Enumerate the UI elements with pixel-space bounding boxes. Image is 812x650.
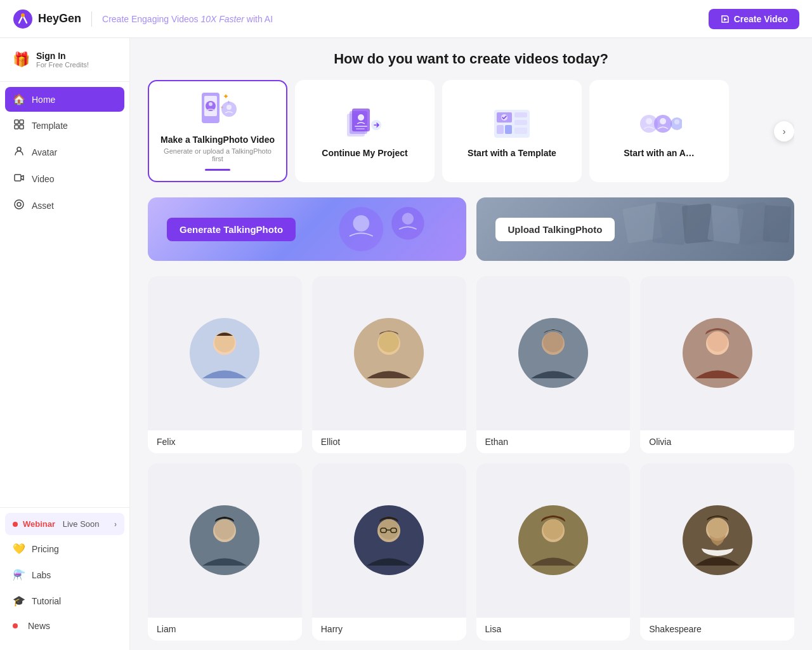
avatar-name-ethan: Ethan bbox=[476, 430, 631, 453]
sidebar-item-news[interactable]: News bbox=[5, 614, 124, 637]
webinar-dot bbox=[13, 522, 18, 527]
svg-point-60 bbox=[707, 331, 728, 352]
talking-photo-sub: Generate or upload a TalkingPhoto first bbox=[159, 147, 276, 162]
svg-rect-22 bbox=[356, 128, 365, 129]
how-to-card-talking-photo[interactable]: ✦ ✦ ✦ Make a TalkingPhoto Video Generate… bbox=[148, 80, 287, 182]
tutorial-icon: 🎓 bbox=[13, 595, 25, 607]
sign-in-sub: For Free Credits! bbox=[36, 61, 89, 69]
sidebar-item-webinar[interactable]: Webinar Live Soon › bbox=[5, 513, 124, 535]
generate-talkingphoto-button[interactable]: Generate TalkingPhoto bbox=[167, 218, 296, 241]
avatar-name-olivia: Olivia bbox=[640, 430, 794, 453]
svg-point-37 bbox=[674, 119, 679, 124]
generate-art-illustration bbox=[291, 197, 466, 261]
continue-project-title: Continue My Project bbox=[322, 148, 407, 158]
sidebar-item-template[interactable]: Template bbox=[5, 113, 124, 138]
svg-rect-26 bbox=[497, 125, 504, 134]
sidebar-item-labs[interactable]: ⚗️ Labs bbox=[5, 562, 124, 587]
svg-point-35 bbox=[660, 118, 666, 124]
webinar-arrow-icon: › bbox=[114, 520, 117, 529]
avatar-image-ethan bbox=[476, 276, 631, 430]
how-to-card-start-template[interactable]: Start with a Template bbox=[442, 80, 582, 182]
svg-rect-28 bbox=[514, 112, 527, 117]
avatar-card-shakespeare[interactable]: Shakespeare bbox=[640, 463, 794, 640]
avatar-image-harry bbox=[312, 463, 466, 618]
logo: HeyGen bbox=[13, 9, 81, 29]
upload-talkingphoto-button[interactable]: Upload TalkingPhoto bbox=[495, 218, 615, 241]
sidebar-label-home: Home bbox=[32, 95, 55, 105]
sidebar-label-avatar: Avatar bbox=[32, 147, 57, 157]
sidebar-item-pricing[interactable]: 💛 Pricing bbox=[5, 536, 124, 561]
sidebar-label-asset: Asset bbox=[32, 201, 54, 211]
logo-text: HeyGen bbox=[38, 12, 81, 25]
create-video-button[interactable]: Create Video bbox=[709, 9, 799, 29]
avatar-card-liam[interactable]: Liam bbox=[148, 463, 302, 640]
svg-point-42 bbox=[437, 218, 461, 241]
sidebar-top: 🎁 Sign In For Free Credits! bbox=[0, 46, 129, 82]
svg-rect-3 bbox=[20, 120, 23, 124]
avatar-card-felix[interactable]: Felix bbox=[148, 276, 302, 453]
gift-icon: 🎁 bbox=[13, 51, 30, 68]
avatar-placeholder-olivia bbox=[640, 276, 794, 430]
upload-art-illustration bbox=[619, 197, 794, 261]
avatar-placeholder-lisa bbox=[476, 463, 631, 618]
sign-in-label: Sign In bbox=[36, 51, 89, 61]
avatar-image-olivia bbox=[640, 276, 794, 430]
avatar-name-lisa: Lisa bbox=[476, 618, 631, 640]
avatar-card-olivia[interactable]: Olivia bbox=[640, 276, 794, 453]
svg-point-16 bbox=[226, 105, 232, 110]
sign-in-item[interactable]: 🎁 Sign In For Free Credits! bbox=[8, 46, 122, 74]
carousel-next-button[interactable]: › bbox=[774, 121, 794, 142]
avatar-card-ethan[interactable]: Ethan bbox=[476, 276, 631, 453]
svg-point-41 bbox=[402, 213, 413, 224]
avatar-placeholder-ethan bbox=[476, 276, 631, 430]
create-video-icon bbox=[720, 14, 730, 24]
talking-photo-title: Make a TalkingPhoto Video bbox=[160, 135, 275, 145]
sidebar-bottom: Webinar Live Soon › 💛 Pricing ⚗️ Labs 🎓 … bbox=[0, 507, 129, 642]
sidebar-label-template: Template bbox=[32, 121, 68, 131]
sidebar-nav: 🏠 Home Template Avatar Video bbox=[0, 87, 129, 507]
sidebar-item-tutorial[interactable]: 🎓 Tutorial bbox=[5, 588, 124, 613]
svg-rect-21 bbox=[355, 126, 367, 127]
sidebar-item-avatar[interactable]: Avatar bbox=[5, 140, 124, 165]
labs-icon: ⚗️ bbox=[13, 569, 25, 581]
sidebar-item-asset[interactable]: Asset bbox=[5, 193, 124, 218]
sidebar-item-video[interactable]: Video bbox=[5, 166, 124, 192]
svg-point-72 bbox=[543, 519, 563, 540]
svg-point-75 bbox=[707, 518, 728, 538]
avatar-placeholder-elliot bbox=[312, 276, 466, 430]
sidebar-label-tutorial: Tutorial bbox=[32, 596, 61, 606]
create-video-label: Create Video bbox=[734, 14, 788, 24]
avatar-image-lisa bbox=[476, 463, 631, 618]
content-area: How do you want to create videos today? bbox=[130, 38, 812, 650]
svg-rect-2 bbox=[15, 120, 18, 124]
avatar-card-harry[interactable]: Harry bbox=[312, 463, 466, 640]
svg-point-0 bbox=[13, 10, 32, 29]
avatar-name-liam: Liam bbox=[148, 618, 302, 640]
continue-project-illustration bbox=[344, 106, 385, 142]
avatar-card-elliot[interactable]: Elliot bbox=[312, 276, 466, 453]
avatar-placeholder-liam bbox=[148, 463, 302, 618]
header-divider bbox=[91, 11, 92, 27]
how-to-cards-row: ✦ ✦ ✦ Make a TalkingPhoto Video Generate… bbox=[148, 80, 794, 182]
logo-icon bbox=[13, 9, 33, 29]
news-dot bbox=[13, 623, 18, 628]
avatar-name-shakespeare: Shakespeare bbox=[640, 618, 794, 640]
how-to-card-start-avatar[interactable]: Start with an A… bbox=[589, 80, 729, 182]
sidebar-item-home[interactable]: 🏠 Home bbox=[5, 87, 124, 112]
start-avatar-title: Start with an A… bbox=[624, 148, 695, 158]
avatar-card-lisa[interactable]: Lisa bbox=[476, 463, 631, 640]
header-tagline: Create Engaging Videos 10X Faster with A… bbox=[102, 14, 273, 24]
page-title: How do you want to create videos today? bbox=[148, 51, 794, 67]
sidebar-label-video: Video bbox=[32, 174, 55, 184]
sidebar-label-news: News bbox=[28, 621, 50, 631]
svg-point-57 bbox=[543, 332, 563, 352]
avatar-grid: Felix Elliot bbox=[148, 276, 794, 650]
generate-action-card[interactable]: Generate TalkingPhoto bbox=[148, 197, 466, 261]
svg-point-11 bbox=[209, 102, 213, 106]
webinar-soon-label: Live Soon bbox=[60, 519, 99, 529]
header: HeyGen Create Engaging Videos 10X Faster… bbox=[0, 0, 812, 38]
svg-rect-29 bbox=[514, 120, 527, 125]
how-to-card-continue-project[interactable]: Continue My Project bbox=[295, 80, 435, 182]
upload-action-card[interactable]: Upload TalkingPhoto bbox=[476, 197, 795, 261]
template-icon bbox=[13, 119, 25, 132]
